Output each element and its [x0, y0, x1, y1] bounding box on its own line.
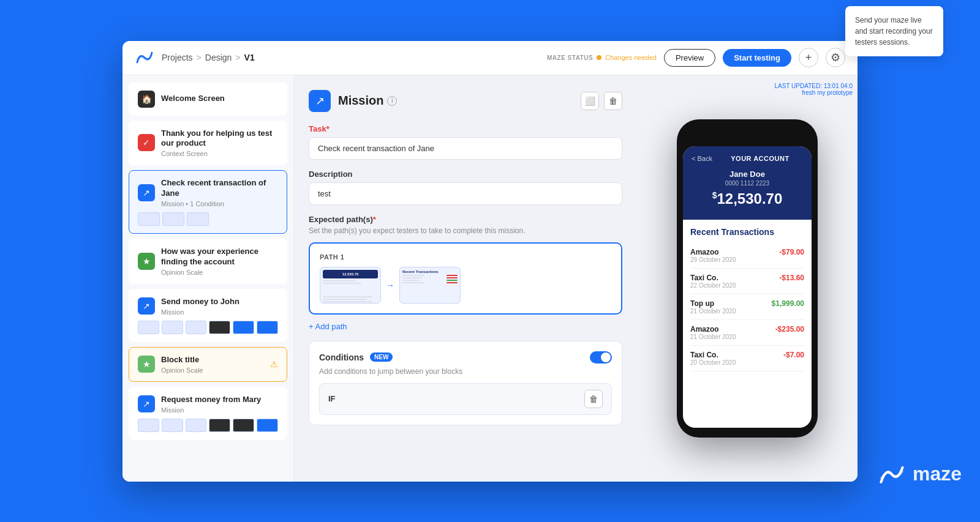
- refresh-link[interactable]: fresh my prototype: [775, 89, 853, 96]
- status-dot: [597, 55, 601, 60]
- transaction-name-3: Amazoo: [690, 325, 736, 334]
- delete-icon[interactable]: 🗑: [604, 92, 622, 110]
- add-path-button[interactable]: + Add path: [309, 322, 347, 331]
- start-testing-button[interactable]: Start testing: [723, 49, 791, 67]
- maze-status: MAZE STATUS Changes needed: [547, 54, 657, 61]
- thumb: [209, 419, 230, 432]
- path-screen-secondary[interactable]: Recent Transactions: [399, 267, 461, 304]
- sidebar-item-checkrecent[interactable]: ↗ Check recent transaction of Jane Missi…: [129, 170, 287, 234]
- sidebar-item-welcome-title: Welcome Screen: [161, 94, 225, 104]
- sidebar-item-welcome[interactable]: 🏠 Welcome Screen: [129, 83, 287, 116]
- sidebar-icon-welcome: 🏠: [138, 91, 155, 108]
- mission-title: Mission i: [338, 94, 397, 108]
- transaction-amount-2: $1,999.00: [772, 299, 804, 308]
- conditions-desc: Add conditions to jump between your bloc…: [319, 367, 612, 376]
- expected-paths-sublabel: Set the path(s) you expect testers to ta…: [309, 226, 622, 235]
- phone-back-btn[interactable]: < Back: [692, 155, 712, 162]
- thumb: [138, 212, 160, 226]
- conditions-badge: NEW: [370, 352, 393, 362]
- task-input[interactable]: [309, 137, 622, 160]
- sidebar-icon-blocktitle: ★: [138, 356, 155, 373]
- transaction-name-2: Top up: [690, 299, 736, 308]
- main-content: ↗ Mission i ⬜ 🗑 Task* Description E: [294, 75, 637, 482]
- transaction-row-4: Taxi Co. 20 October 2020 -$7.00: [690, 346, 804, 371]
- expected-paths-label: Expected path(s)*: [309, 215, 622, 224]
- sidebar-item-requestmoney[interactable]: ↗ Request money from Mary Mission: [129, 387, 287, 440]
- path-label-1: PATH 1: [320, 253, 611, 261]
- sidebar-item-sendmoney[interactable]: ↗ Send money to John Mission: [129, 289, 287, 342]
- transaction-amount-4: -$7.00: [783, 351, 804, 359]
- transaction-amount-3: -$235.00: [775, 325, 804, 334]
- thumb: [162, 419, 183, 432]
- mission-actions: ⬜ 🗑: [581, 92, 622, 110]
- maze-brand-text: maze: [913, 463, 962, 485]
- mission-header: ↗ Mission i ⬜ 🗑: [309, 90, 622, 112]
- thumb: [187, 212, 209, 226]
- mission-info-icon[interactable]: i: [387, 96, 397, 106]
- sidebar-item-blocktitle-title: Block title: [161, 355, 264, 365]
- sidebar-item-blocktitle-subtitle: Opinion Scale: [161, 367, 264, 374]
- sidebar-icon-thankyou: ✓: [138, 134, 155, 151]
- description-label: Description: [309, 170, 622, 179]
- phone-screen: < Back YOUR ACCOUNT Jane Doe 0000 1112 2…: [683, 146, 812, 428]
- sidebar-item-blocktitle[interactable]: ★ Block title Opinion Scale ⚠: [129, 347, 287, 382]
- conditions-title: Conditions: [319, 352, 364, 362]
- path-preview-1: 12,530.70: [320, 267, 611, 304]
- transaction-row-0: Amazoo 29 October 2020 -$79.00: [690, 243, 804, 269]
- sidebar-item-sendmoney-subtitle: Mission: [161, 308, 239, 316]
- sidebar-item-sendmoney-title: Send money to John: [161, 297, 239, 307]
- transaction-date-4: 20 October 2020: [690, 359, 736, 366]
- thumb: [186, 419, 207, 432]
- thumb: [138, 321, 159, 334]
- sidebar-item-checkrecent-title: Check recent transaction of Jane: [161, 178, 278, 199]
- description-input[interactable]: [309, 182, 622, 205]
- breadcrumb-projects[interactable]: Projects: [162, 53, 193, 62]
- path-card-1: PATH 1 12,530.70: [309, 242, 622, 315]
- thumb: [162, 321, 183, 334]
- transaction-date-3: 21 October 2020: [690, 334, 736, 340]
- mission-icon: ↗: [309, 90, 331, 112]
- copy-icon[interactable]: ⬜: [581, 92, 599, 110]
- if-row: IF 🗑: [319, 383, 612, 415]
- conditions-section: Conditions NEW Add conditions to jump be…: [309, 341, 622, 425]
- thumb: [257, 321, 278, 334]
- transactions-title: Recent Transactions: [690, 227, 804, 237]
- sidebar-item-sendmoney-thumbs: [138, 321, 278, 334]
- warning-icon: ⚠: [270, 359, 278, 369]
- thumb: [138, 419, 159, 432]
- breadcrumb-current: V1: [244, 53, 255, 62]
- thumb: [162, 212, 184, 226]
- sidebar-icon-requestmoney: ↗: [138, 395, 155, 412]
- body-layout: 🏠 Welcome Screen ✓ Thank you for helping…: [123, 75, 858, 482]
- settings-button[interactable]: ⚙: [826, 48, 845, 67]
- sidebar-icon-checkrecent: ↗: [138, 184, 155, 201]
- thumb: [257, 419, 278, 432]
- breadcrumb-sep1: >: [197, 53, 202, 62]
- sidebar-item-howwas[interactable]: ★ How was your experience finding the ac…: [129, 239, 287, 284]
- last-updated: LAST UPDATED: 13:01 04:0: [775, 83, 853, 89]
- sidebar-item-checkrecent-subtitle: Mission • 1 Condition: [161, 200, 278, 207]
- maze-branding: maze: [877, 463, 962, 485]
- tooltip-text: Send your maze live and start recording …: [855, 41, 858, 47]
- sidebar-item-thankyou[interactable]: ✓ Thank you for helping us test our prod…: [129, 121, 287, 166]
- phone-nav: < Back YOUR ACCOUNT: [692, 155, 803, 162]
- maze-status-label: MAZE STATUS: [547, 54, 593, 61]
- preview-button[interactable]: Preview: [664, 49, 715, 67]
- breadcrumb-design[interactable]: Design: [205, 53, 232, 62]
- sidebar: 🏠 Welcome Screen ✓ Thank you for helping…: [123, 75, 294, 482]
- task-label: Task*: [309, 124, 622, 133]
- phone-balance: $12,530.70: [692, 190, 803, 207]
- transaction-row-2: Top up 21 October 2020 $1,999.00: [690, 294, 804, 320]
- sidebar-icon-sendmoney: ↗: [138, 297, 155, 315]
- phone-page-title: YOUR ACCOUNT: [717, 155, 803, 162]
- add-button[interactable]: +: [799, 48, 818, 67]
- transaction-date-2: 21 October 2020: [690, 308, 736, 315]
- transaction-amount-0: -$79.00: [779, 248, 804, 256]
- if-delete-icon[interactable]: 🗑: [584, 390, 603, 408]
- path-screen-main[interactable]: 12,530.70: [320, 267, 381, 304]
- phone-balance-symbol: $: [712, 190, 717, 200]
- phone-device: < Back YOUR ACCOUNT Jane Doe 0000 1112 2…: [677, 119, 818, 438]
- header: Projects > Design > V1 MAZE STATUS Chang…: [123, 41, 858, 75]
- sidebar-item-howwas-title: How was your experience finding the acco…: [161, 247, 278, 267]
- conditions-toggle[interactable]: [590, 351, 612, 364]
